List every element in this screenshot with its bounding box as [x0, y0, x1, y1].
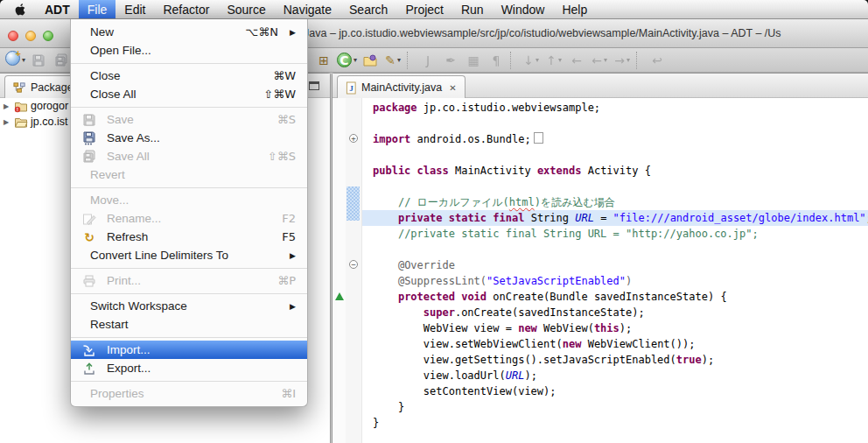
menubar-item-run[interactable]: Run	[452, 0, 493, 18]
menu-item-label: Close All	[90, 88, 136, 101]
menu-item-label: Export...	[107, 362, 150, 375]
menu-item-label: Revert	[90, 168, 125, 181]
range-indicator	[346, 186, 360, 221]
dropdown-caret-icon[interactable]: ▾	[397, 56, 401, 64]
close-tab-icon[interactable]: ✕	[449, 83, 456, 93]
menu-item-properties[interactable]: Properties⌘I	[71, 384, 307, 403]
minimize-view-icon[interactable]	[309, 81, 319, 90]
menu-item-import[interactable]: Import...	[71, 341, 307, 359]
menu-item-open-file[interactable]: Open File...	[71, 41, 307, 60]
menubar-item-file[interactable]: File	[79, 0, 116, 18]
menu-item-rename[interactable]: Rename...F2	[71, 209, 307, 228]
expander-icon[interactable]: ▶	[4, 102, 11, 110]
menu-item-close-all[interactable]: Close All⇧⌘W	[71, 85, 307, 103]
menu-item-save-as[interactable]: Save As...	[71, 129, 307, 147]
minimize-window-button[interactable]	[25, 31, 36, 41]
submenu-arrow-icon: ▶	[285, 302, 296, 311]
menubar-item-source[interactable]: Source	[218, 0, 274, 18]
code-line-4[interactable]	[373, 147, 868, 163]
close-window-button[interactable]	[8, 31, 18, 41]
new-wizard-button[interactable]: +▾	[4, 51, 26, 70]
folding-ruler[interactable]	[346, 98, 362, 443]
show-view-icon: ▦	[467, 53, 479, 68]
menubar-item-project[interactable]: Project	[396, 0, 452, 18]
tab-mainactivity-java[interactable]: J MainActivity.java ✕	[337, 75, 466, 99]
code-line-9[interactable]: //private static final String URL = "htt…	[373, 226, 868, 242]
menu-item-label: Convert Line Delimiters To	[90, 249, 228, 262]
menu-item-shortcut: F2	[282, 212, 296, 225]
menu-item-export[interactable]: Export...	[71, 359, 307, 377]
menu-separator	[71, 187, 307, 188]
menu-item-new[interactable]: New⌥⌘N▶	[71, 23, 307, 41]
menu-item-close[interactable]: Close⌘W	[71, 67, 307, 85]
menu-item-switch-workspace[interactable]: Switch Workspace▶	[71, 297, 307, 315]
dropdown-caret-icon[interactable]: ▾	[558, 56, 562, 64]
code-line-7[interactable]: // ローカルファイル(html)を読み込む場合	[373, 194, 868, 210]
code-line-3[interactable]: import android.os.Bundle;	[373, 131, 868, 147]
override-indicator-icon	[335, 292, 344, 300]
code-line-16[interactable]: view.setWebViewClient(new WebViewClient(…	[373, 336, 868, 352]
format-button: ✒	[440, 51, 461, 70]
menu-item-save[interactable]: Save⌘S	[71, 110, 307, 129]
editor-panel: J MainActivity.java ✕ package jp.co.istu…	[332, 73, 868, 443]
menubar-item-apple[interactable]	[5, 0, 36, 18]
code-line-1[interactable]: package jp.co.istudio.webviewsample;	[373, 100, 868, 116]
dropdown-caret-icon[interactable]: ▾	[626, 56, 630, 64]
menu-item-label: Close	[90, 69, 121, 82]
menu-item-save-all[interactable]: Save All⇧⌘S	[71, 147, 307, 165]
code-line-6[interactable]	[373, 179, 868, 194]
new-class-button[interactable]: C▾	[336, 51, 358, 70]
code-line-8[interactable]: private static final String URL = "file:…	[373, 210, 868, 226]
menubar-item-help[interactable]: Help	[553, 0, 596, 18]
menubar-item-adt[interactable]: ADT	[36, 0, 79, 18]
menu-item-shortcut: ⇧⌘W	[263, 88, 296, 101]
menubar-item-search[interactable]: Search	[340, 0, 396, 18]
dropdown-caret-icon[interactable]: ▾	[354, 56, 357, 64]
code-line-20[interactable]: }	[373, 399, 868, 415]
back-history-icon: ←	[592, 53, 602, 68]
menu-item-convert-line-delimiters-to[interactable]: Convert Line Delimiters To▶	[71, 246, 307, 264]
zoom-window-button[interactable]	[43, 31, 53, 41]
menubar-item-edit[interactable]: Edit	[116, 0, 154, 18]
menu-item-print[interactable]: Print...⌘P	[71, 271, 307, 290]
code-line-15[interactable]: WebView view = new WebView(this);	[373, 320, 868, 336]
rename-icon	[82, 212, 96, 226]
code-line-11[interactable]: @Override	[373, 257, 868, 273]
apple-icon	[14, 3, 27, 17]
marker-ruler[interactable]	[332, 98, 346, 443]
code-line-18[interactable]: view.loadUrl(URL);	[373, 368, 868, 383]
code-line-10[interactable]	[373, 242, 868, 257]
external-tools-button[interactable]: ✎▾	[382, 51, 403, 70]
code-line-5[interactable]: public class MainActivity extends Activi…	[373, 163, 868, 179]
save-button	[28, 51, 49, 70]
code-line-13[interactable]: protected void onCreate(Bundle savedInst…	[373, 289, 868, 305]
menubar-item-window[interactable]: Window	[493, 0, 554, 18]
code-area[interactable]: package jp.co.istudio.webviewsample;impo…	[373, 100, 868, 431]
previous-annotation-button: ↑▾	[543, 51, 564, 70]
code-line-17[interactable]: view.getSettings().setJavaScriptEnabled(…	[373, 352, 868, 368]
menu-item-restart[interactable]: Restart	[71, 315, 307, 334]
menu-item-label: Save As...	[107, 131, 160, 144]
code-line-12[interactable]: @SuppressLint("SetJavaScriptEnabled")	[373, 273, 868, 289]
new-wizard-icon: +	[5, 51, 20, 69]
open-type-button[interactable]	[360, 51, 381, 70]
save-as-icon	[82, 131, 96, 145]
menubar-item-refactor[interactable]: Refactor	[154, 0, 218, 18]
fold-collapse-icon[interactable]: −	[349, 260, 358, 269]
new-class-icon: C	[337, 53, 352, 67]
fold-expand-icon[interactable]: +	[349, 134, 358, 143]
menu-item-revert[interactable]: Revert	[71, 165, 307, 184]
dropdown-caret-icon[interactable]: ▾	[536, 56, 539, 64]
code-line-14[interactable]: super.onCreate(savedInstanceState);	[373, 305, 868, 320]
code-line-19[interactable]: setContentView(view);	[373, 383, 868, 399]
dropdown-caret-icon[interactable]: ▾	[604, 56, 607, 64]
expander-icon[interactable]: ▶	[4, 118, 11, 126]
dropdown-caret-icon[interactable]: ▾	[22, 56, 25, 64]
menu-item-refresh[interactable]: ↻RefreshF5	[71, 228, 307, 246]
code-line-21[interactable]: }	[373, 415, 868, 431]
menubar-item-navigate[interactable]: Navigate	[275, 0, 340, 18]
code-line-2[interactable]	[373, 116, 868, 131]
menu-item-move[interactable]: Move...	[71, 191, 307, 209]
collapsed-region-icon[interactable]	[534, 132, 543, 144]
new-java-project-button[interactable]: ⊞	[313, 51, 334, 70]
